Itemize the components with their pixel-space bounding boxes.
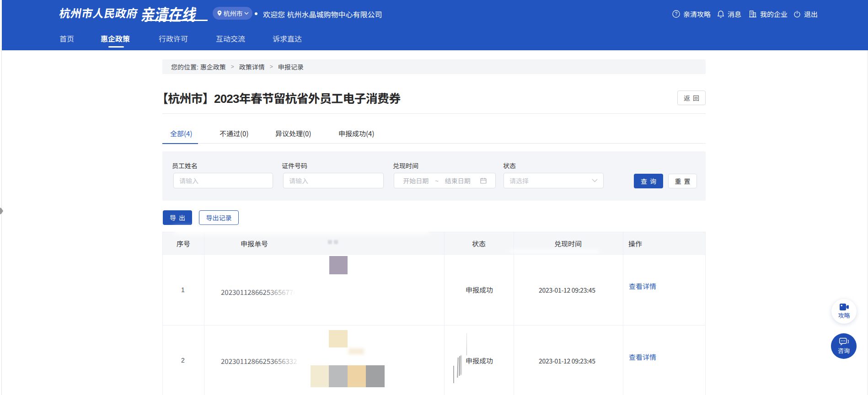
svg-text:?: ? xyxy=(675,11,678,16)
